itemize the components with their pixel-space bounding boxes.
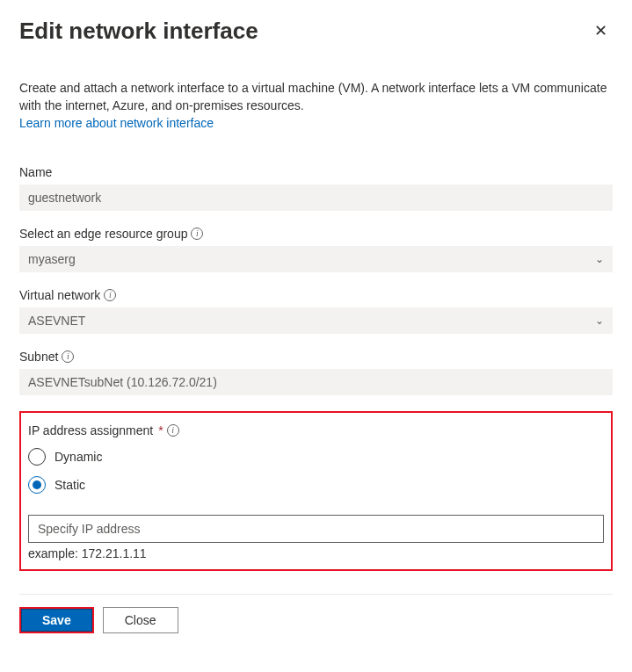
chevron-down-icon: ⌄ — [595, 314, 604, 327]
ip-assignment-label-text: IP address assignment — [28, 423, 153, 437]
resource-group-label-text: Select an edge resource group — [19, 227, 187, 241]
panel-footer: Save Close — [19, 594, 613, 633]
subnet-input[interactable] — [19, 369, 613, 395]
required-indicator: * — [158, 423, 163, 437]
subnet-label: Subnet i — [19, 350, 613, 364]
subnet-label-text: Subnet — [19, 350, 58, 364]
radio-option-dynamic[interactable]: Dynamic — [28, 443, 604, 471]
learn-more-link[interactable]: Learn more about network interface — [19, 116, 214, 130]
ip-assignment-label: IP address assignment * i — [28, 423, 604, 437]
resource-group-select[interactable]: myaserg ⌄ — [19, 246, 613, 272]
info-icon[interactable]: i — [104, 289, 116, 301]
name-input[interactable] — [19, 184, 613, 211]
highlighted-section: IP address assignment * i Dynamic Static… — [19, 411, 613, 571]
name-label-text: Name — [19, 165, 52, 179]
ip-assignment-radio-group: Dynamic Static — [28, 443, 604, 499]
radio-option-static[interactable]: Static — [28, 471, 604, 499]
panel-header: Edit network interface ✕ — [19, 18, 613, 45]
vnet-select[interactable]: ASEVNET ⌄ — [19, 307, 613, 334]
info-icon[interactable]: i — [167, 424, 179, 437]
description-text: Create and attach a network interface to… — [19, 80, 613, 114]
page-title: Edit network interface — [19, 18, 258, 45]
edit-network-interface-panel: Edit network interface ✕ Create and atta… — [0, 0, 632, 651]
ip-address-input[interactable] — [28, 515, 604, 543]
chevron-down-icon: ⌄ — [595, 253, 604, 265]
close-button[interactable]: Close — [103, 607, 178, 633]
close-icon[interactable]: ✕ — [589, 18, 613, 44]
info-icon[interactable]: i — [62, 350, 74, 363]
resource-group-value: myaserg — [28, 252, 76, 266]
name-label: Name — [19, 165, 613, 179]
save-button[interactable]: Save — [19, 607, 94, 633]
ip-example-text: example: 172.21.1.11 — [28, 546, 604, 560]
radio-icon — [28, 448, 46, 466]
info-icon[interactable]: i — [191, 228, 203, 240]
radio-label-dynamic: Dynamic — [54, 450, 102, 464]
vnet-value: ASEVNET — [28, 314, 85, 328]
vnet-label-text: Virtual network — [19, 288, 100, 302]
radio-icon-selected — [28, 476, 46, 494]
vnet-label: Virtual network i — [19, 288, 613, 302]
radio-label-static: Static — [54, 478, 85, 492]
resource-group-label: Select an edge resource group i — [19, 227, 613, 241]
